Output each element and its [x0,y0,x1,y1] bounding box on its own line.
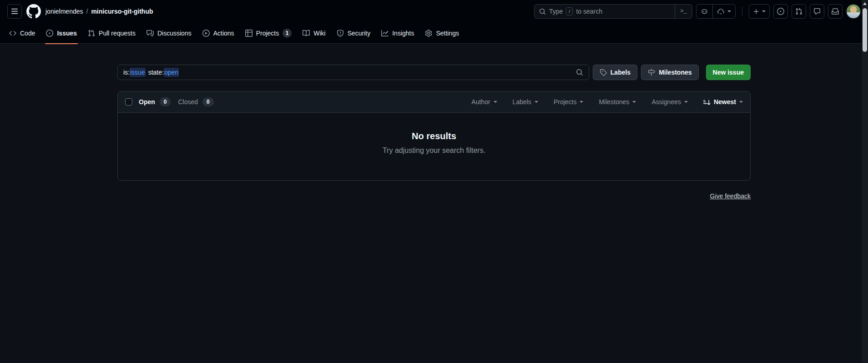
tab-discussions[interactable]: Discussions [143,23,195,44]
tab-label: Code [20,30,35,37]
inbox-icon [832,8,839,15]
main-content: is:issuestate:open Labels Milestones New… [0,44,868,200]
repo-tab-nav: Code Issues Pull requests Discussions Ac… [0,23,868,44]
three-bars-icon [11,8,18,15]
tab-issues[interactable]: Issues [42,23,81,44]
milestone-icon [648,69,655,76]
tab-label: Issues [57,30,77,37]
tab-settings[interactable]: Settings [421,23,463,44]
tag-icon [600,69,607,76]
tab-security[interactable]: Security [333,23,374,44]
user-avatar[interactable] [846,4,861,19]
milestones-filter-dropdown[interactable]: Milestones [599,98,636,106]
sort-dropdown[interactable]: Newest [703,98,743,106]
search-icon [539,8,546,15]
chevron-down-icon [580,101,583,103]
breadcrumb-owner-link[interactable]: jonielmendes [45,8,83,15]
global-search-field[interactable]: Type / to search [535,7,675,15]
search-submit-icon[interactable] [570,69,589,76]
breadcrumb-separator: / [86,8,88,15]
issue-opened-icon [777,8,784,15]
chat-global-button[interactable] [810,4,824,19]
plus-icon [753,8,760,15]
query-qualifier: is: [123,69,130,76]
milestones-button-label: Milestones [659,69,691,76]
git-pull-request-icon [795,8,802,15]
tab-insights[interactable]: Insights [378,23,418,44]
open-label: Open [139,98,155,106]
closed-issues-toggle[interactable]: Closed 0 [171,97,213,106]
tab-pull-requests[interactable]: Pull requests [84,23,139,44]
query-value: issue [130,68,146,77]
open-issues-toggle[interactable]: Open 0 [139,97,171,106]
sort-label: Newest [714,98,736,106]
author-filter-dropdown[interactable]: Author [471,98,497,106]
gear-icon [425,30,432,37]
tab-label: Wiki [313,30,325,37]
github-logo-icon[interactable] [26,4,41,19]
scrollbar-up-arrow[interactable] [863,2,867,5]
query-value: open [164,68,179,77]
assignees-filter-dropdown[interactable]: Assignees [651,98,688,106]
query-qualifier: state: [148,69,164,76]
labels-filter-dropdown[interactable]: Labels [513,98,538,106]
issues-filter-row: is:issuestate:open Labels Milestones New… [117,65,751,80]
notifications-inbox-button[interactable] [828,4,843,19]
git-pull-request-icon [88,30,95,37]
milestones-button[interactable]: Milestones [641,65,698,80]
closed-count-badge: 0 [202,97,214,106]
select-all-checkbox[interactable] [125,98,132,106]
tab-label: Pull requests [99,30,136,37]
hamburger-menu-button[interactable] [7,4,22,19]
empty-state-title: No results [118,131,750,141]
projects-filter-dropdown[interactable]: Projects [554,98,584,106]
tab-wiki[interactable]: Wiki [299,23,329,44]
comment-icon [813,8,821,15]
give-feedback-link[interactable]: Give feedback [710,192,751,200]
labels-button[interactable]: Labels [593,65,637,80]
tab-label: Settings [436,30,459,37]
new-issue-button-label: New issue [713,69,744,76]
global-search-input[interactable]: Type / to search >_ [534,4,692,19]
tab-label: Discussions [157,30,192,37]
copilot-icon[interactable] [696,5,712,18]
tab-label: Projects [256,30,279,37]
copilot-menu-button[interactable] [712,5,735,18]
tab-actions[interactable]: Actions [199,23,238,44]
tab-label: Security [348,30,371,37]
code-icon [9,30,16,37]
slash-key-hint: / [566,7,573,15]
graph-icon [381,30,389,37]
chevron-down-icon [762,10,766,12]
issues-list-header: Open 0 Closed 0 Author Labels [118,91,750,113]
vertical-scrollbar[interactable] [862,0,868,363]
command-palette-icon[interactable]: >_ [675,5,692,18]
issue-opened-icon [46,30,53,37]
empty-state-subtitle: Try adjusting your search filters. [118,146,750,155]
chevron-down-icon [632,101,636,103]
list-filter-dropdowns: Author Labels Projects Milestones [471,98,743,106]
scrollbar-thumb[interactable] [863,8,867,52]
issues-list-box: Open 0 Closed 0 Author Labels [117,91,751,181]
chevron-down-icon [535,101,538,103]
comment-discussion-icon [146,30,154,37]
breadcrumb-repo-link[interactable]: minicurso-git-github [91,8,153,15]
breadcrumb: jonielmendes / minicurso-git-github [45,8,153,15]
issues-global-button[interactable] [773,4,788,19]
create-new-button[interactable] [749,4,770,19]
chevron-down-icon [739,101,743,103]
book-icon [303,30,310,37]
chevron-down-icon [684,101,688,103]
tab-label: Actions [213,30,234,37]
filter-label: Milestones [599,98,629,106]
filter-label: Assignees [651,98,681,106]
tab-projects[interactable]: Projects 1 [242,23,296,44]
issues-search-input[interactable]: is:issuestate:open [117,65,589,80]
tab-label: Insights [392,30,414,37]
search-placeholder-prefix: Type [549,8,563,15]
pull-requests-global-button[interactable] [792,4,806,19]
new-issue-button[interactable]: New issue [706,65,751,80]
app-header: jonielmendes / minicurso-git-github Type… [0,0,868,23]
tab-code[interactable]: Code [5,23,39,44]
search-placeholder-suffix: to search [576,8,602,15]
